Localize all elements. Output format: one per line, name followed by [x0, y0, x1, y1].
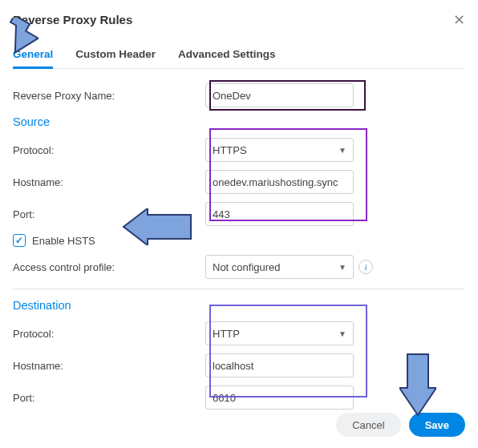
- destination-hostname-input[interactable]: [205, 353, 354, 377]
- source-protocol-value: HTTPS: [213, 144, 247, 156]
- tab-custom-header[interactable]: Custom Header: [75, 42, 156, 68]
- divider: [13, 289, 465, 289]
- dialog-title: Reverse Proxy Rules: [13, 13, 132, 26]
- label-enable-hsts: Enable HSTS: [32, 235, 95, 247]
- tab-advanced-settings[interactable]: Advanced Settings: [178, 42, 276, 68]
- enable-hsts-checkbox[interactable]: ✓: [13, 234, 26, 247]
- destination-protocol-select[interactable]: HTTP ▼: [205, 321, 354, 345]
- label-destination-protocol: Protocol:: [13, 328, 205, 340]
- dialog-footer: Cancel Save: [336, 413, 465, 437]
- label-destination-hostname: Hostname:: [13, 360, 205, 372]
- label-reverse-proxy-name: Reverse Proxy Name:: [13, 90, 205, 102]
- label-source-protocol: Protocol:: [13, 144, 205, 156]
- close-icon[interactable]: ✕: [453, 13, 465, 27]
- reverse-proxy-name-input[interactable]: [205, 83, 354, 107]
- source-port-input[interactable]: [205, 202, 354, 226]
- source-hostname-input[interactable]: [205, 170, 354, 194]
- chevron-down-icon: ▼: [338, 146, 346, 155]
- chevron-down-icon: ▼: [338, 263, 346, 272]
- chevron-down-icon: ▼: [338, 329, 346, 338]
- label-source-hostname: Hostname:: [13, 176, 205, 188]
- destination-protocol-value: HTTP: [213, 328, 240, 340]
- tabs: General Custom Header Advanced Settings: [13, 42, 465, 69]
- cancel-button[interactable]: Cancel: [336, 413, 400, 437]
- tab-general[interactable]: General: [13, 42, 53, 69]
- section-destination: Destination: [13, 299, 465, 312]
- access-control-profile-value: Not configured: [213, 261, 281, 273]
- source-protocol-select[interactable]: HTTPS ▼: [205, 138, 354, 162]
- section-source: Source: [13, 115, 465, 128]
- annotation-box: [209, 305, 367, 398]
- label-destination-port: Port:: [13, 392, 205, 404]
- label-source-port: Port:: [13, 208, 205, 220]
- access-control-profile-select[interactable]: Not configured ▼: [205, 255, 354, 279]
- destination-port-input[interactable]: [205, 385, 354, 410]
- save-button[interactable]: Save: [409, 413, 465, 437]
- info-icon[interactable]: i: [358, 260, 373, 274]
- label-access-control-profile: Access control profile:: [13, 261, 205, 273]
